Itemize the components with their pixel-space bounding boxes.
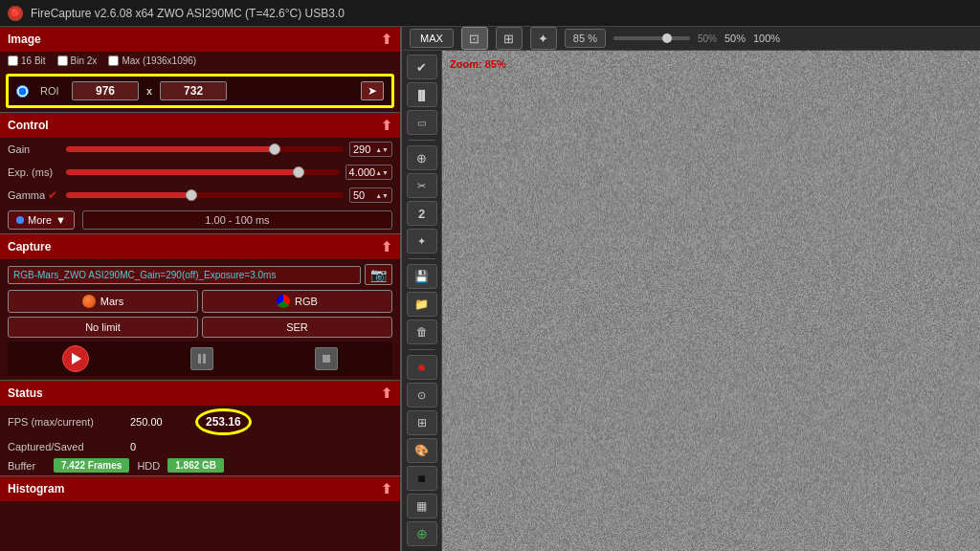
sparkle-toolbar-btn[interactable]: ✦ bbox=[407, 229, 437, 253]
bin2x-option[interactable]: Bin 2x bbox=[57, 55, 98, 66]
ser-button[interactable]: SER bbox=[202, 317, 392, 338]
max-checkbox[interactable] bbox=[108, 55, 119, 66]
roi-checkbox-label[interactable] bbox=[16, 85, 29, 98]
image-collapse-btn[interactable]: ⬆ bbox=[381, 32, 392, 47]
more-dropdown-arrow: ▼ bbox=[56, 214, 66, 226]
image-section-header[interactable]: Image ⬆ bbox=[0, 27, 400, 52]
bit16-checkbox[interactable] bbox=[8, 55, 18, 66]
plus-circle-toolbar-btn[interactable]: ⊕ bbox=[407, 521, 437, 546]
actual-size-icon-button[interactable]: ⊞ bbox=[496, 27, 523, 50]
mars-icon bbox=[82, 295, 96, 308]
top-bar: MAX ⊡ ⊞ ✦ 85 % 50% 50% 100% bbox=[402, 27, 980, 51]
control-section-header[interactable]: Control ⬆ bbox=[0, 113, 400, 138]
capture-title: Capture bbox=[8, 240, 51, 253]
capture-grid: Mars RGB No limit SER bbox=[8, 290, 392, 338]
exposure-spinner[interactable]: ▲▼ bbox=[375, 169, 389, 176]
scissors-toolbar-btn[interactable]: ✂ bbox=[407, 173, 437, 198]
status-section: Status ⬆ FPS (max/current) 250.00 253.16… bbox=[0, 381, 400, 476]
gain-row: Gain 290 ▲▼ bbox=[0, 138, 400, 161]
barchart-toolbar-btn[interactable]: ▐▌ bbox=[407, 82, 437, 107]
zoom-slider-container bbox=[613, 36, 690, 40]
control-section: Control ⬆ Gain 290 ▲▼ Exp. (ms) bbox=[0, 113, 400, 234]
zoom-slider-thumb[interactable] bbox=[662, 33, 672, 43]
monitor-toolbar-btn[interactable]: ▭ bbox=[407, 110, 437, 135]
pause-icon bbox=[198, 354, 206, 364]
percent-50-label: 50% bbox=[698, 33, 717, 44]
grid-toolbar-btn[interactable]: ⊞ bbox=[407, 410, 437, 435]
status-section-header[interactable]: Status ⬆ bbox=[0, 381, 400, 406]
bit16-option[interactable]: 16 Bit bbox=[8, 55, 46, 66]
pause-button[interactable] bbox=[190, 347, 213, 370]
red-dot-toolbar-btn[interactable]: ● bbox=[407, 355, 437, 380]
bin2x-checkbox[interactable] bbox=[57, 55, 68, 66]
gamma-row: Gamma ✔ 50 ▲▼ bbox=[0, 184, 400, 207]
fps-current-value: 253.16 bbox=[195, 408, 252, 435]
gain-spinner[interactable]: ▲▼ bbox=[375, 146, 389, 153]
captured-row: Captured/Saved 0 bbox=[0, 438, 400, 455]
left-panel: Image ⬆ 16 Bit Bin 2x Max (1936x1096) bbox=[0, 27, 402, 551]
circle-toolbar-btn[interactable]: ⊙ bbox=[407, 383, 437, 408]
exposure-value: 4.000 ▲▼ bbox=[345, 165, 392, 180]
histogram-section-header[interactable]: Histogram ⬆ bbox=[0, 476, 400, 501]
capture-section-header[interactable]: Capture ⬆ bbox=[0, 234, 400, 259]
more-row: More ▼ 1.00 - 100 ms bbox=[0, 207, 400, 233]
gamma-value: 50 ▲▼ bbox=[349, 187, 392, 203]
captured-value: 0 bbox=[130, 441, 188, 452]
gamma-slider[interactable] bbox=[66, 192, 344, 198]
image-options: 16 Bit Bin 2x Max (1936x1096) bbox=[0, 52, 400, 70]
exposure-slider-thumb[interactable] bbox=[293, 166, 304, 178]
fps-label: FPS (max/current) bbox=[8, 416, 122, 428]
camera-icon-button[interactable]: 📷 bbox=[365, 264, 392, 285]
capture-collapse-btn[interactable]: ⬆ bbox=[381, 239, 392, 254]
roi-height-input[interactable]: 732 bbox=[160, 81, 227, 100]
crosshair-toolbar-btn[interactable]: ⊕ bbox=[407, 145, 437, 170]
roi-width-input[interactable]: 976 bbox=[72, 81, 139, 100]
max-button[interactable]: MAX bbox=[410, 29, 454, 48]
buffer-bar: 7.422 Frames bbox=[54, 458, 129, 473]
trash-toolbar-btn[interactable]: 🗑 bbox=[407, 320, 437, 344]
black-toolbar-btn[interactable]: ■ bbox=[407, 466, 437, 491]
play-button[interactable] bbox=[62, 345, 89, 372]
folder-toolbar-btn[interactable]: 📁 bbox=[407, 292, 437, 317]
no-limit-button[interactable]: No limit bbox=[8, 317, 198, 338]
toolbar-divider-2 bbox=[409, 258, 435, 259]
gamma-spinner[interactable]: ▲▼ bbox=[375, 192, 389, 199]
percent-100: 100% bbox=[753, 33, 780, 44]
zoom-slider[interactable] bbox=[613, 36, 690, 40]
rgb-button[interactable]: RGB bbox=[202, 290, 392, 313]
app-icon: 🔴 bbox=[8, 6, 23, 21]
layers-toolbar-btn[interactable]: ▦ bbox=[407, 494, 437, 518]
gain-slider[interactable] bbox=[66, 146, 344, 152]
floppy-toolbar-btn[interactable]: 💾 bbox=[407, 264, 437, 289]
planet-button[interactable]: Mars bbox=[8, 290, 198, 313]
capture-filename-input[interactable] bbox=[8, 266, 361, 284]
max-option[interactable]: Max (1936x1096) bbox=[108, 55, 196, 66]
captured-label: Captured/Saved bbox=[8, 441, 122, 452]
capture-filename-row: 📷 bbox=[8, 264, 392, 285]
buffer-label: Buffer bbox=[8, 460, 46, 472]
num2-toolbar-btn[interactable]: 2 bbox=[407, 201, 437, 226]
histogram-collapse-btn[interactable]: ⬆ bbox=[381, 481, 392, 496]
roi-radio[interactable] bbox=[16, 85, 29, 98]
title-text: FireCapture v2.6.08 x64 ZWO ASI290MC (T=… bbox=[31, 7, 345, 20]
roi-row: ROI 976 x 732 ➤ bbox=[6, 74, 394, 108]
fit-icon-button[interactable]: ⊡ bbox=[461, 27, 488, 50]
check-toolbar-btn[interactable]: ✔ bbox=[407, 55, 437, 79]
exposure-slider[interactable] bbox=[66, 169, 340, 175]
fps-row: FPS (max/current) 250.00 253.16 bbox=[0, 406, 400, 438]
zoom-icon-button[interactable]: ✦ bbox=[530, 27, 557, 50]
stop-button[interactable] bbox=[315, 347, 338, 370]
status-collapse-btn[interactable]: ⬆ bbox=[381, 386, 392, 401]
gamma-slider-thumb[interactable] bbox=[186, 189, 197, 201]
capture-controls bbox=[8, 342, 392, 376]
gain-slider-thumb[interactable] bbox=[269, 143, 280, 155]
right-toolbar: ✔ ▐▌ ▭ ⊕ ✂ 2 ✦ 💾 📁 🗑 ● ⊙ ⊞ 🎨 ■ ▦ ⊕ bbox=[402, 51, 442, 551]
more-dot bbox=[16, 216, 24, 224]
preview-toolbar-container: ✔ ▐▌ ▭ ⊕ ✂ 2 ✦ 💾 📁 🗑 ● ⊙ ⊞ 🎨 ■ ▦ ⊕ bbox=[402, 51, 980, 551]
capture-section: Capture ⬆ 📷 Mars RGB No limit bbox=[0, 234, 400, 381]
more-button[interactable]: More ▼ bbox=[8, 210, 75, 230]
roi-arrow-button[interactable]: ➤ bbox=[361, 81, 384, 100]
colorwheel-toolbar-btn[interactable]: 🎨 bbox=[407, 438, 437, 463]
control-collapse-btn[interactable]: ⬆ bbox=[381, 118, 392, 133]
stop-icon bbox=[323, 355, 330, 363]
